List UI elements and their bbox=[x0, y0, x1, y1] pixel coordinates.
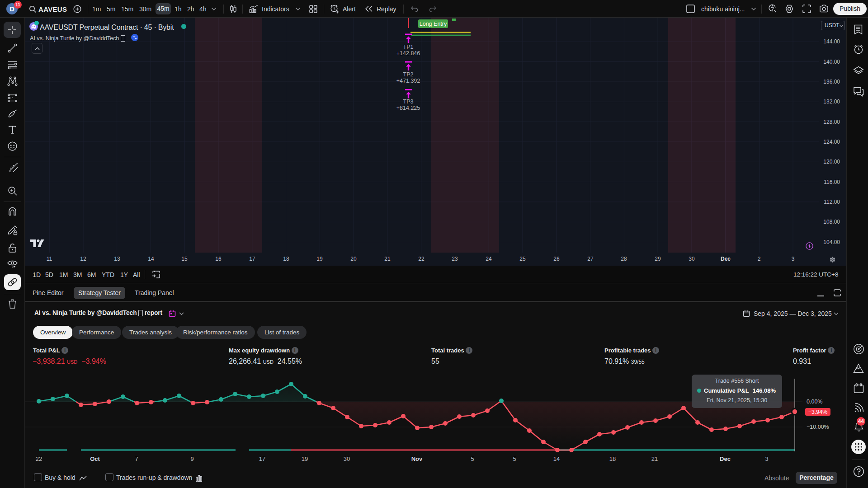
svg-text:17: 17 bbox=[249, 256, 255, 262]
svg-text:Dec: Dec bbox=[721, 256, 731, 262]
svg-text:13: 13 bbox=[114, 256, 120, 262]
svg-text:−3.94%: −3.94% bbox=[808, 409, 828, 415]
svg-text:24: 24 bbox=[486, 256, 492, 262]
svg-text:108.00: 108.00 bbox=[823, 219, 840, 225]
svg-text:128.00: 128.00 bbox=[823, 119, 840, 125]
svg-text:104.00: 104.00 bbox=[823, 239, 840, 245]
svg-text:30: 30 bbox=[689, 256, 695, 262]
svg-text:TP2: TP2 bbox=[403, 71, 414, 78]
svg-text:28: 28 bbox=[621, 256, 627, 262]
svg-text:18: 18 bbox=[283, 256, 289, 262]
svg-text:23: 23 bbox=[452, 256, 458, 262]
svg-text:132.00: 132.00 bbox=[823, 99, 840, 105]
svg-text:TP1: TP1 bbox=[403, 44, 414, 50]
svg-text:25: 25 bbox=[519, 256, 526, 262]
svg-text:22: 22 bbox=[418, 256, 425, 262]
svg-text:116.00: 116.00 bbox=[824, 179, 840, 185]
svg-text:140.00: 140.00 bbox=[823, 59, 840, 65]
svg-text:+142.846: +142.846 bbox=[396, 50, 420, 56]
svg-text:3: 3 bbox=[792, 256, 795, 262]
svg-text:TP3: TP3 bbox=[403, 99, 414, 105]
svg-text:29: 29 bbox=[655, 256, 661, 262]
svg-text:21: 21 bbox=[384, 256, 391, 262]
svg-text:+471.392: +471.392 bbox=[396, 78, 420, 84]
svg-text:Long Entry: Long Entry bbox=[420, 21, 447, 27]
svg-text:15: 15 bbox=[181, 256, 188, 262]
svg-text:+814.225: +814.225 bbox=[396, 105, 420, 111]
svg-text:11: 11 bbox=[47, 256, 52, 262]
svg-text:27: 27 bbox=[587, 256, 594, 262]
svg-text:12: 12 bbox=[80, 256, 86, 262]
svg-text:2: 2 bbox=[758, 256, 761, 262]
svg-text:14: 14 bbox=[148, 256, 154, 262]
svg-text:136.00: 136.00 bbox=[823, 79, 840, 85]
svg-text:0.00%: 0.00% bbox=[807, 399, 822, 405]
svg-text:−10.00%: −10.00% bbox=[807, 424, 829, 430]
svg-text:124.00: 124.00 bbox=[823, 139, 840, 145]
svg-text:120.00: 120.00 bbox=[823, 159, 840, 165]
svg-text:112.00: 112.00 bbox=[824, 199, 840, 205]
svg-text:16: 16 bbox=[215, 256, 222, 262]
svg-text:20: 20 bbox=[350, 256, 357, 262]
svg-text:26: 26 bbox=[553, 256, 560, 262]
svg-text:144.00: 144.00 bbox=[823, 38, 840, 45]
svg-text:19: 19 bbox=[316, 256, 323, 262]
